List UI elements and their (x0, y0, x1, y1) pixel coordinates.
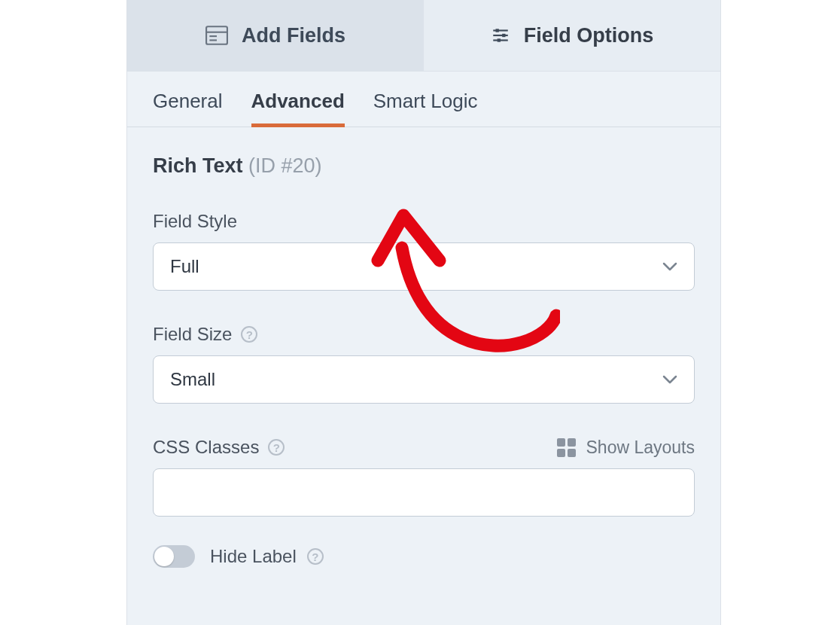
help-icon[interactable]: ? (241, 326, 257, 343)
field-style-group: Field Style Full (153, 211, 695, 291)
grid-icon (557, 438, 576, 457)
advanced-options-content: Rich Text (ID #20) Field Style Full Fiel… (127, 127, 720, 568)
hide-label-row: Hide Label ? (153, 545, 695, 568)
tab-field-options-label: Field Options (524, 24, 654, 47)
svg-rect-8 (502, 34, 505, 37)
field-size-select[interactable]: Small (153, 355, 695, 404)
field-style-label: Field Style (153, 211, 237, 232)
chevron-down-icon (662, 375, 677, 384)
top-tabs: Add Fields Field Options (127, 0, 720, 72)
svg-rect-7 (495, 29, 498, 32)
tab-add-fields-label: Add Fields (242, 24, 345, 47)
chevron-down-icon (662, 262, 677, 271)
show-layouts-button[interactable]: Show Layouts (557, 438, 695, 458)
field-options-panel: Add Fields Field Options General Advance… (126, 0, 721, 625)
help-icon[interactable]: ? (307, 548, 324, 565)
field-style-select[interactable]: Full (153, 242, 695, 291)
css-classes-group: CSS Classes ? Show Layouts (153, 437, 695, 517)
sliders-icon (491, 26, 510, 45)
help-icon[interactable]: ? (268, 439, 285, 456)
field-size-group: Field Size ? Small (153, 324, 695, 404)
tab-field-options[interactable]: Field Options (424, 0, 720, 71)
field-size-label: Field Size (153, 324, 232, 345)
field-name: Rich Text (153, 154, 243, 177)
hide-label-text: Hide Label (210, 546, 297, 567)
form-icon (205, 26, 228, 45)
css-classes-label: CSS Classes (153, 437, 259, 458)
sub-tabs: General Advanced Smart Logic (127, 72, 720, 127)
subtab-advanced[interactable]: Advanced (251, 90, 345, 127)
field-style-value: Full (170, 256, 199, 277)
tab-add-fields[interactable]: Add Fields (127, 0, 424, 71)
subtab-general[interactable]: General (153, 90, 223, 127)
field-id: (ID #20) (248, 154, 322, 177)
show-layouts-label: Show Layouts (586, 438, 695, 458)
hide-label-toggle[interactable] (153, 545, 195, 568)
field-title: Rich Text (ID #20) (153, 154, 695, 178)
css-classes-input[interactable] (153, 468, 695, 517)
subtab-smart-logic[interactable]: Smart Logic (373, 90, 478, 127)
field-size-value: Small (170, 369, 215, 390)
svg-rect-9 (497, 38, 500, 41)
